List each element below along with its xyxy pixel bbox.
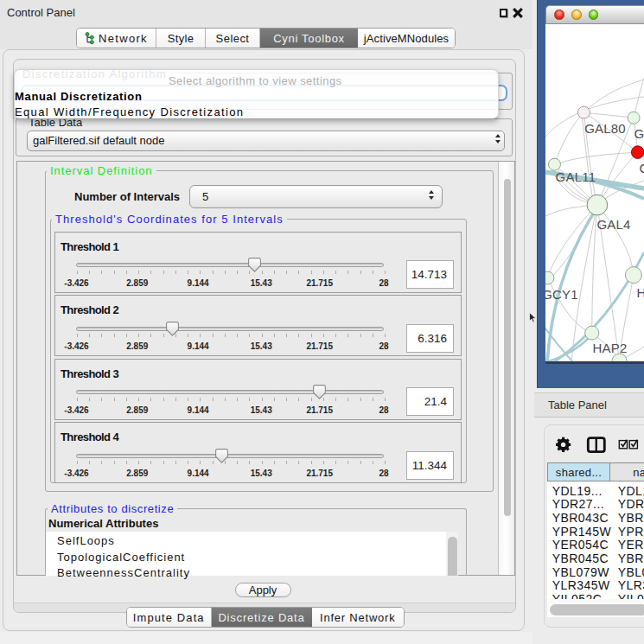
svg-text:GAL11: GAL11 [556,169,596,184]
svg-text:GA: GA [634,126,644,141]
svg-text:HAP2: HAP2 [593,340,628,354]
svg-text:GCY1: GCY1 [545,287,578,302]
svg-text:C: C [640,161,644,175]
svg-text:HI: HI [637,284,644,299]
svg-text:GAL80: GAL80 [584,121,626,136]
svg-text:GAL4: GAL4 [596,216,630,231]
